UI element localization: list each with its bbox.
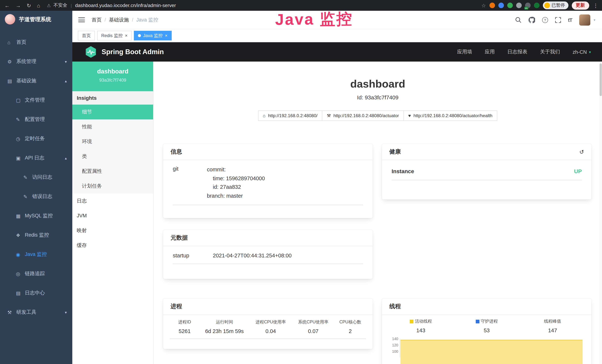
extension-icon-1[interactable] (489, 3, 495, 8)
tab-redis-monitor[interactable]: Redis 监控 × (97, 31, 132, 40)
breadcrumb-home[interactable]: 首页 (92, 17, 102, 23)
sidebar-item-mysql-monitor[interactable]: ▦ MySQL 监控 (0, 206, 72, 225)
sidebar-item-redis-monitor[interactable]: ❖ Redis 监控 (0, 225, 72, 245)
process-col-cores: CPU核心数 2 (334, 319, 366, 334)
extension-icon-2[interactable] (498, 3, 504, 8)
extension-icon-3[interactable] (507, 3, 513, 8)
sidebar-item-dev-tools[interactable]: ⚒ 研发工具 ▾ (0, 303, 72, 322)
sidebar-item-label: Java 监控 (25, 251, 47, 258)
sidebar-item-access-log[interactable]: ✎ 访问日志 (0, 168, 72, 187)
sidebar-item-log-center[interactable]: ▤ 日志中心 (0, 283, 72, 303)
search-icon[interactable] (515, 17, 521, 23)
instance-header[interactable]: dashboard 93a3fc7f7409 (72, 62, 153, 91)
metadata-key: startup (173, 253, 213, 258)
health-key: Instance (392, 168, 414, 174)
url-text[interactable]: dashboard.yudao.iocoder.cn/infra/admin-s… (75, 3, 176, 8)
home-icon: ⌂ (7, 40, 16, 45)
sidebar-item-label: MySQL 监控 (25, 213, 53, 219)
close-icon[interactable]: × (165, 33, 167, 38)
gear-icon: ⚙ (7, 59, 16, 64)
address-bar[interactable]: ⚠ 不安全 | dashboard.yudao.iocoder.cn/infra… (47, 2, 481, 9)
sidebar-item-label: Redis 监控 (25, 232, 49, 238)
reload-icon[interactable]: ↻ (27, 2, 31, 8)
metadata-row-startup: startup 2021-04-27T00:44:31.254+08:00 (173, 253, 363, 264)
service-url-link[interactable]: ⌂ http://192.168.0.2:48080/ (258, 110, 322, 121)
info-value: commit: time: 1596289704000 id: 27aa832 … (207, 165, 363, 200)
url-divider: | (71, 3, 72, 8)
sidebar-item-trace[interactable]: ◎ 链路追踪 (0, 264, 72, 283)
sba-menu-environment[interactable]: 环境 (72, 134, 153, 149)
browser-home-icon[interactable]: ⌂ (37, 2, 40, 8)
sidebar-item-scheduled-task[interactable]: ◷ 定时任务 (0, 129, 72, 148)
extension-icon-5[interactable]: on (525, 3, 530, 8)
sba-menu-classes[interactable]: 类 (72, 149, 153, 164)
scrollbar[interactable] (599, 62, 602, 364)
sba-nav-journal[interactable]: 日志报表 (507, 49, 527, 55)
sba-menu-jvm[interactable]: JVM (72, 208, 153, 223)
sba-menu-caches[interactable]: 缓存 (72, 238, 153, 253)
scrollbar-thumb[interactable] (599, 64, 602, 96)
browser-menu-icon[interactable]: ⋮ (593, 2, 598, 8)
extension-icon-4[interactable] (516, 3, 522, 8)
breadcrumb-infra[interactable]: 基础设施 (109, 17, 129, 23)
sidebar-item-infra[interactable]: ▤ 基础设施 ▴ (0, 71, 72, 90)
sba-menu-logs[interactable]: 日志 (72, 193, 153, 208)
link-label: http://192.168.0.2:48080/actuator/health (413, 113, 493, 118)
timer-icon: ◷ (16, 136, 25, 141)
actuator-url-link[interactable]: ⚒ http://192.168.0.2:48080/actuator (322, 110, 404, 121)
sidebar-item-api-log[interactable]: ▣ API 日志 ▴ (0, 148, 72, 168)
legend-swatch-live (410, 320, 413, 323)
breadcrumb-separator: / (105, 17, 106, 23)
help-icon[interactable]: ? (542, 17, 548, 23)
sba-menu-metrics[interactable]: 性能 (72, 119, 153, 134)
tab-java-monitor[interactable]: Java 监控 × (134, 31, 172, 40)
chrome-update-button[interactable]: 更新 (572, 1, 589, 10)
github-icon[interactable] (528, 17, 535, 23)
security-label[interactable]: 不安全 (54, 2, 67, 9)
sidebar-item-label: 链路追踪 (25, 270, 45, 277)
sidebar-item-system[interactable]: ⚙ 系统管理 ▾ (0, 52, 72, 71)
profile-paused-chip[interactable]: 已暂停 (543, 1, 568, 9)
sba-menu-scheduled-tasks[interactable]: 计划任务 (72, 179, 153, 193)
extension-icon-6[interactable] (534, 3, 539, 8)
sidebar-item-config-manage[interactable]: ✎ 配置管理 (0, 110, 72, 129)
sidebar-item-file-manage[interactable]: ▢ 文件管理 (0, 90, 72, 110)
sba-menu-config-props[interactable]: 配置属性 (72, 164, 153, 179)
avatar-caret-icon[interactable]: ▾ (594, 18, 595, 22)
sba-brand[interactable]: Spring Boot Admin (102, 48, 164, 56)
health-row-instance[interactable]: Instance UP (392, 168, 582, 180)
extension-on-badge: on (524, 7, 528, 10)
close-icon[interactable]: × (125, 33, 128, 38)
sba-nav-wallboard[interactable]: 应用墙 (457, 49, 472, 55)
user-avatar[interactable] (579, 14, 590, 25)
sba-nav-applications[interactable]: 应用 (485, 49, 495, 55)
breadcrumb-separator: / (132, 17, 133, 23)
forward-icon[interactable]: → (16, 2, 21, 8)
api-log-icon: ▣ (16, 155, 25, 161)
page-title: dashboard (153, 78, 602, 90)
fullscreen-icon[interactable] (555, 17, 561, 23)
sba-menu-mappings[interactable]: 映射 (72, 223, 153, 238)
sba-menu-details[interactable]: 细节 (72, 105, 153, 119)
bookmark-star-icon[interactable]: ☆ (481, 2, 486, 8)
app-menu: ⌂ 首页 ⚙ 系统管理 ▾ ▤ 基础设施 ▴ ▢ 文件管理 ✎ 配置管理 (0, 28, 72, 322)
threads-chart: 140 120 100 (388, 339, 585, 357)
font-size-icon[interactable]: tT (568, 17, 572, 23)
trace-icon: ◎ (16, 271, 25, 277)
sidebar-item-error-log[interactable]: ✎ 错误日志 (0, 187, 72, 206)
language-selector[interactable]: zh-CN ▾ (572, 49, 591, 55)
health-url-link[interactable]: ♥ http://192.168.0.2:48080/actuator/heal… (403, 110, 497, 121)
card-title: 健康 (389, 148, 401, 156)
sba-logo-icon[interactable] (85, 46, 97, 58)
sba-nav-about[interactable]: 关于我们 (540, 49, 560, 55)
link-label: http://192.168.0.2:48080/ (268, 113, 318, 118)
sidebar-item-home[interactable]: ⌂ 首页 (0, 33, 72, 52)
history-icon[interactable]: ↺ (579, 149, 584, 155)
config-icon: ✎ (16, 117, 25, 122)
tab-home[interactable]: 首页 (78, 31, 95, 40)
sidebar-item-java-monitor[interactable]: ◉ Java 监控 (0, 245, 72, 264)
app-logo[interactable]: 芋道管理系统 (0, 11, 72, 28)
back-icon[interactable]: ← (4, 2, 10, 8)
hamburger-icon[interactable] (78, 17, 85, 22)
sba-section-insights[interactable]: Insights (72, 91, 153, 105)
